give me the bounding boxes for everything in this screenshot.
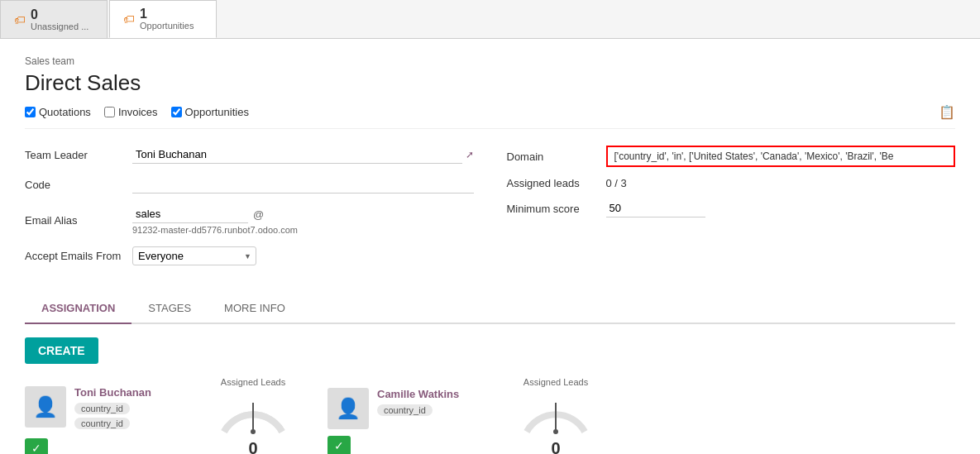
code-row: Code xyxy=(25,175,474,194)
tag-icon-unassigned: 🏷 xyxy=(14,13,26,26)
code-control xyxy=(132,175,474,194)
code-input[interactable] xyxy=(132,175,474,194)
quotations-checkbox-item[interactable]: Quotations xyxy=(25,106,91,118)
card-2-info: Camille Watkins country_id xyxy=(377,388,459,418)
team-leader-select[interactable]: Toni Buchanan xyxy=(132,146,462,164)
assigned-leads-value: 0 / 3 xyxy=(606,177,627,189)
salesperson-1-gauge-number: 0 xyxy=(203,439,303,454)
avatar-2: 👤 xyxy=(327,388,369,429)
domain-value[interactable]: ['country_id', 'in', ['United States', '… xyxy=(606,146,956,167)
salesperson-card-1: 👤 Toni Buchanan country_id country_id ✓ … xyxy=(25,377,303,454)
salesperson-2-info: 👤 Camille Watkins country_id ✓ xyxy=(327,388,493,454)
email-alias-label: Email Alias xyxy=(25,214,132,227)
salesperson-1-check-button[interactable]: ✓ xyxy=(25,438,48,455)
main-content: Sales team Direct Sales Quotations Invoi… xyxy=(0,39,980,454)
tab-stages[interactable]: STAGES xyxy=(131,294,208,324)
salesperson-1-gauge xyxy=(216,390,290,436)
domain-label: Domain xyxy=(507,151,606,163)
email-alias-input[interactable] xyxy=(132,205,248,223)
avatar-2-icon: 👤 xyxy=(336,397,361,420)
quotations-label: Quotations xyxy=(39,106,91,118)
accept-emails-select[interactable]: Everyone Authenticated Users Partners No… xyxy=(132,246,256,265)
tab-more-info[interactable]: MORE INFO xyxy=(208,294,302,324)
salesperson-2-tag-1: country_id xyxy=(377,404,433,416)
unassigned-count: 0 xyxy=(31,8,88,22)
salesperson-1-info: 👤 Toni Buchanan country_id country_id ✓ xyxy=(25,386,190,455)
salesperson-1-name[interactable]: Toni Buchanan xyxy=(74,386,151,399)
email-at: @ xyxy=(253,208,264,221)
invoices-label: Invoices xyxy=(118,106,158,118)
salesperson-1-tag-1: country_id xyxy=(74,403,130,414)
salesperson-2-name[interactable]: Camille Watkins xyxy=(377,388,459,400)
quotations-checkbox[interactable] xyxy=(25,107,36,117)
card-1-info: Toni Buchanan country_id country_id xyxy=(74,386,151,432)
form-left: Team Leader Toni Buchanan ➚ Code Email A… xyxy=(25,146,474,277)
avatar-1-icon: 👤 xyxy=(33,395,58,418)
invoices-checkbox[interactable] xyxy=(104,107,115,117)
salesperson-2-leads-label: Assigned Leads xyxy=(506,377,605,387)
avatar-1: 👤 xyxy=(25,386,66,428)
minimum-score-label: Minimum score xyxy=(507,203,606,215)
team-leader-label: Team Leader xyxy=(25,149,132,161)
card-2-top: 👤 Camille Watkins country_id xyxy=(327,388,459,429)
invoices-checkbox-item[interactable]: Invoices xyxy=(104,106,158,118)
minimum-score-row: Minimum score xyxy=(507,199,956,217)
salesperson-1-tag-2: country_id xyxy=(74,418,130,429)
salesperson-2-gauge-number: 0 xyxy=(506,439,605,454)
team-leader-control: Toni Buchanan ➚ xyxy=(132,146,474,164)
page-title: Direct Sales xyxy=(25,70,955,96)
email-domain-text: 91232-master-dd5776.runbot7.odoo.com xyxy=(132,225,474,235)
code-label: Code xyxy=(25,179,132,191)
opportunities-count: 1 xyxy=(140,7,194,21)
domain-row: Domain ['country_id', 'in', ['United Sta… xyxy=(507,146,956,167)
opportunities-checkbox-item[interactable]: Opportunities xyxy=(171,106,249,118)
form-right: Domain ['country_id', 'in', ['United Sta… xyxy=(507,146,956,277)
email-alias-control: @ 91232-master-dd5776.runbot7.odoo.com xyxy=(132,205,474,235)
section-label: Sales team xyxy=(25,55,955,67)
accept-emails-select-wrapper: Everyone Authenticated Users Partners No… xyxy=(132,246,256,265)
salesperson-2-gauge xyxy=(519,390,593,436)
team-leader-external-link[interactable]: ➚ xyxy=(466,149,474,160)
unassigned-label: Unassigned ... xyxy=(31,22,88,31)
salesperson-2-check-button[interactable]: ✓ xyxy=(327,436,351,454)
assigned-leads-row: Assigned leads 0 / 3 xyxy=(507,177,956,189)
salesperson-card-2: 👤 Camille Watkins country_id ✓ Assigned … xyxy=(327,377,605,454)
content-tabs: ASSIGNATION STAGES MORE INFO xyxy=(25,294,955,324)
salesperson-1-leads-label: Assigned Leads xyxy=(203,377,303,387)
tab-unassigned[interactable]: 🏷 0 Unassigned ... xyxy=(0,0,108,38)
salesperson-list: 👤 Toni Buchanan country_id country_id ✓ … xyxy=(25,377,955,454)
email-row: @ xyxy=(132,205,474,223)
tab-assignation[interactable]: ASSIGNATION xyxy=(25,294,131,324)
form-layout: Team Leader Toni Buchanan ➚ Code Email A… xyxy=(25,146,955,277)
assigned-leads-label: Assigned leads xyxy=(507,177,606,189)
tab-opportunities[interactable]: 🏷 1 Opportunities xyxy=(109,0,217,38)
accept-emails-control: Everyone Authenticated Users Partners No… xyxy=(132,246,474,265)
opportunities-checkbox[interactable] xyxy=(171,107,182,117)
tag-icon-opportunities: 🏷 xyxy=(123,12,135,26)
card-1-top: 👤 Toni Buchanan country_id country_id xyxy=(25,386,151,432)
minimum-score-input[interactable] xyxy=(606,199,705,217)
svg-point-1 xyxy=(251,429,256,434)
email-alias-row: Email Alias @ 91232-master-dd5776.runbot… xyxy=(25,205,474,235)
copy-button[interactable]: 📋 xyxy=(939,104,955,120)
create-button[interactable]: CREATE xyxy=(25,337,98,364)
opportunities-label: Opportunities xyxy=(185,106,249,118)
salesperson-2-leads: Assigned Leads 0 0 1 xyxy=(506,377,605,454)
accept-emails-row: Accept Emails From Everyone Authenticate… xyxy=(25,246,474,265)
svg-point-3 xyxy=(553,429,558,434)
salesperson-1-leads: Assigned Leads 0 0 2 xyxy=(203,377,303,454)
top-tabs-bar: 🏷 0 Unassigned ... 🏷 1 Opportunities xyxy=(0,0,980,39)
opportunities-label: Opportunities xyxy=(140,21,194,31)
checkbox-row: Quotations Invoices Opportunities 📋 xyxy=(25,104,955,129)
team-leader-row: Team Leader Toni Buchanan ➚ xyxy=(25,146,474,164)
accept-emails-label: Accept Emails From xyxy=(25,250,132,262)
